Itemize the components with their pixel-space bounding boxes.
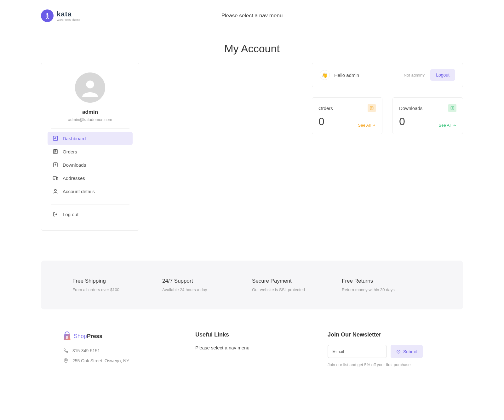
feature-sub: Available 24 hours a day (162, 287, 252, 292)
email-input[interactable] (328, 345, 387, 358)
stat-count: 0 (399, 115, 405, 128)
shoppress-icon: S (63, 331, 71, 341)
sidebar-item-label: Account details (63, 189, 95, 194)
downloads-stat-icon (448, 104, 456, 112)
sidebar-item-label: Log out (63, 212, 78, 217)
sidebar-item-label: Orders (63, 149, 77, 154)
submit-button[interactable]: Submit (391, 345, 423, 358)
user-email: admin@katademos.com (48, 117, 133, 122)
footer-links-title: Useful Links (195, 331, 309, 338)
features-bar: Free Shipping From all orders over $100 … (41, 261, 463, 309)
see-all-orders[interactable]: See All (358, 123, 376, 128)
arrow-right-icon (453, 124, 456, 127)
svg-point-12 (65, 360, 67, 361)
feature-support: 24/7 Support Available 24 hours a day (162, 278, 252, 292)
sidebar-item-downloads[interactable]: Downloads (48, 158, 133, 171)
sidebar-item-account-details[interactable]: Account details (48, 185, 133, 198)
stat-count: 0 (318, 115, 324, 128)
phone-icon (63, 348, 69, 354)
account-sidebar: admin admin@katademos.com Dashboard Orde… (41, 63, 139, 231)
greeting-text: Hello admin (334, 72, 359, 78)
stat-title: Downloads (399, 106, 422, 111)
logo-subtitle: WordPress Theme (57, 18, 80, 21)
svg-rect-5 (53, 177, 57, 179)
feature-shipping: Free Shipping From all orders over $100 (72, 278, 162, 292)
nav-placeholder-message: Please select a nav menu (221, 13, 283, 19)
page-title: My Account (0, 32, 504, 63)
wave-icon: 👋 (320, 70, 330, 80)
sidebar-item-logout[interactable]: Log out (48, 208, 133, 221)
logout-button[interactable]: Logout (430, 69, 455, 81)
feature-returns: Free Returns Return money within 30 days (342, 278, 432, 292)
sidebar-item-label: Addresses (63, 175, 85, 181)
footer-contact: S ShopPress 315-349-5151 255 Oak Street,… (63, 331, 176, 368)
contact-address: 255 Oak Street, Oswego, NY (63, 358, 176, 364)
svg-point-0 (46, 13, 48, 15)
account-icon (53, 188, 58, 194)
arrow-right-icon (372, 124, 376, 127)
feature-title: 24/7 Support (162, 278, 252, 284)
send-icon (396, 349, 401, 354)
sidebar-item-dashboard[interactable]: Dashboard (48, 132, 133, 145)
feature-title: Secure Payment (252, 278, 342, 284)
logo-icon (41, 9, 54, 22)
dashboard-icon (53, 135, 58, 141)
footer-links-msg: Please select a nav menu (195, 345, 309, 350)
orders-stat-icon (368, 104, 376, 112)
user-name: admin (48, 109, 133, 115)
see-all-downloads[interactable]: See All (439, 123, 456, 128)
sidebar-item-label: Dashboard (63, 136, 86, 141)
svg-text:S: S (66, 335, 69, 340)
downloads-icon (53, 162, 58, 168)
logo[interactable]: kata WordPress Theme (41, 9, 80, 22)
shoppress-logo[interactable]: S ShopPress (63, 331, 176, 341)
svg-point-1 (86, 81, 94, 89)
stat-card-downloads: Downloads 0 See All (392, 97, 463, 134)
feature-title: Free Shipping (72, 278, 162, 284)
newsletter-title: Join Our Newsletter (328, 331, 441, 338)
not-user-link[interactable]: Not admin? (404, 73, 425, 78)
stat-card-orders: Orders 0 See All (312, 97, 382, 134)
avatar (75, 72, 105, 103)
logo-name: kata (57, 10, 80, 18)
newsletter-subtext: Join our list and get 5% off your first … (328, 362, 441, 367)
svg-point-8 (54, 189, 56, 191)
sidebar-item-addresses[interactable]: Addresses (48, 171, 133, 185)
addresses-icon (53, 175, 58, 181)
location-icon (63, 358, 69, 364)
orders-icon (53, 149, 58, 154)
sidebar-item-label: Downloads (63, 162, 86, 168)
feature-secure: Secure Payment Our website is SSL protec… (252, 278, 342, 292)
logout-icon (53, 211, 58, 217)
feature-sub: From all orders over $100 (72, 287, 162, 292)
contact-phone: 315-349-5151 (63, 348, 176, 354)
sidebar-item-orders[interactable]: Orders (48, 145, 133, 158)
footer-newsletter: Join Our Newsletter Submit Join our list… (328, 331, 441, 368)
hello-card: 👋 Hello admin Not admin? Logout (312, 63, 463, 87)
footer-links: Useful Links Please select a nav menu (195, 331, 309, 368)
stat-title: Orders (318, 106, 333, 111)
feature-sub: Return money within 30 days (342, 287, 432, 292)
feature-sub: Our website is SSL protected (252, 287, 342, 292)
feature-title: Free Returns (342, 278, 432, 284)
